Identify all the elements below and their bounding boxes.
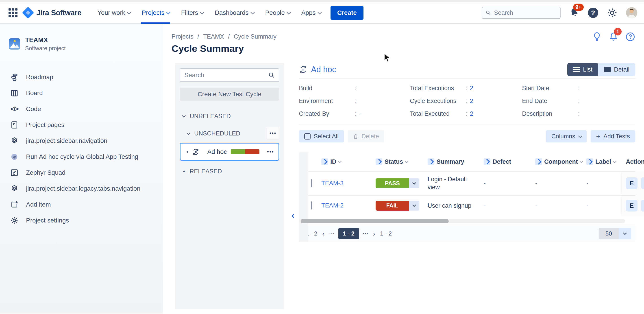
board-icon bbox=[10, 89, 19, 97]
chevron-down-icon[interactable] bbox=[186, 131, 190, 135]
test-id-link[interactable]: TEAM-2 bbox=[321, 202, 376, 209]
column-header-summary[interactable]: Summary bbox=[428, 158, 484, 165]
sidebar-item-zephyr-squad[interactable]: Zephyr Squad bbox=[9, 165, 163, 180]
column-header-label[interactable]: Label bbox=[586, 158, 622, 165]
chevron-down-icon bbox=[623, 231, 627, 235]
lightbulb-icon[interactable] bbox=[592, 32, 602, 42]
nav-apps[interactable]: Apps bbox=[296, 2, 326, 24]
column-header-status[interactable]: Status bbox=[376, 158, 428, 165]
nav-your-work[interactable]: Your work bbox=[92, 2, 136, 24]
nav-filters[interactable]: Filters bbox=[175, 2, 209, 24]
tree-node-unreleased[interactable]: UNRELEASED bbox=[180, 113, 279, 120]
help-icon[interactable]: ? bbox=[588, 8, 598, 18]
status-badge: PASS bbox=[376, 178, 409, 188]
field-label: Environment bbox=[299, 98, 355, 104]
pin-icon[interactable] bbox=[428, 158, 434, 165]
column-header-defect[interactable]: Defect bbox=[484, 158, 535, 165]
collapse-panel-chevron[interactable]: ‹ bbox=[292, 210, 294, 220]
column-header-id[interactable]: ID bbox=[321, 158, 376, 165]
project-header[interactable]: TEAMX Software project bbox=[9, 36, 163, 52]
delete-row-button[interactable] bbox=[641, 178, 644, 189]
cycle-search-input[interactable] bbox=[184, 72, 268, 79]
add-tests-button[interactable]: + Add Tests bbox=[591, 130, 635, 142]
tree-node-released[interactable]: • RELEASED bbox=[180, 168, 279, 175]
delete-row-button[interactable] bbox=[641, 200, 644, 212]
global-search-input[interactable] bbox=[494, 10, 556, 16]
status-dropdown-chevron[interactable] bbox=[409, 178, 419, 188]
view-toggle-detail[interactable]: Detail bbox=[598, 63, 635, 76]
pagination-prev[interactable]: ‹ bbox=[322, 230, 324, 238]
pin-icon[interactable] bbox=[376, 158, 382, 165]
bell-icon[interactable]: 1 bbox=[609, 32, 618, 42]
help-icon[interactable] bbox=[626, 32, 635, 42]
scrollbar-thumb[interactable] bbox=[301, 219, 449, 224]
horizontal-scrollbar[interactable] bbox=[299, 219, 625, 224]
summary-cell: User can signup bbox=[428, 198, 484, 213]
nav-projects[interactable]: Projects bbox=[136, 2, 175, 24]
total-executions-value[interactable]: 2 bbox=[470, 85, 473, 92]
sidebar-item-project-pages[interactable]: Project pages bbox=[9, 117, 163, 133]
tree-node-unscheduled[interactable]: UNSCHEDULED ••• bbox=[180, 130, 279, 137]
total-executed-value[interactable]: 2 bbox=[470, 110, 473, 117]
nav-people[interactable]: People bbox=[260, 2, 296, 24]
jira-logo[interactable]: Jira Software bbox=[23, 8, 82, 18]
columns-button[interactable]: Columns bbox=[546, 130, 587, 142]
pagination-bar: 1 - 2 ‹ ⋯ 1 - 2 ⋯ › 1 - 2 50 bbox=[299, 226, 635, 242]
adhoc-more-menu[interactable]: ••• bbox=[267, 149, 274, 155]
nav-dashboards[interactable]: Dashboards bbox=[209, 2, 260, 24]
cycle-search[interactable] bbox=[180, 68, 279, 82]
bullet-icon: • bbox=[186, 148, 188, 156]
cycle-title-link[interactable]: Ad hoc bbox=[311, 65, 336, 74]
create-button[interactable]: Create bbox=[330, 6, 364, 20]
sidebar-item-run-adhoc-global-app-testing[interactable]: Run Ad hoc cycle via Global App Testing bbox=[9, 149, 163, 165]
status-dropdown-chevron[interactable] bbox=[409, 201, 419, 210]
tree-node-adhoc-selected[interactable]: • Ad hoc ••• bbox=[180, 143, 279, 161]
chevron-down-icon[interactable] bbox=[182, 114, 186, 118]
search-icon bbox=[268, 72, 275, 78]
sidebar-item-legacy-tabs-navigation[interactable]: jira.project.sidebar.legacy.tabs.navigat… bbox=[9, 180, 163, 196]
sidebar-item-project-settings[interactable]: Project settings bbox=[9, 212, 163, 228]
actions-cell: E bbox=[622, 196, 644, 216]
table-toolbar: Select All Delete Columns + Add Tes bbox=[299, 130, 635, 142]
page-size-value: 50 bbox=[599, 228, 619, 239]
create-new-test-cycle-button[interactable]: Create New Test Cycle bbox=[180, 88, 279, 101]
sidebar-item-navigation-addon[interactable]: jira.project.sidebar.navigation bbox=[9, 133, 163, 149]
unscheduled-more-menu[interactable]: ••• bbox=[266, 127, 279, 140]
delete-button[interactable]: Delete bbox=[348, 130, 384, 142]
column-header-component[interactable]: Component bbox=[535, 158, 586, 165]
chevron-down-icon[interactable] bbox=[613, 160, 616, 163]
row-checkbox[interactable] bbox=[311, 202, 312, 210]
breadcrumb-teamx[interactable]: TEAMX bbox=[203, 33, 224, 40]
chevron-down-icon[interactable] bbox=[338, 160, 342, 163]
pagination-next[interactable]: › bbox=[373, 230, 375, 238]
sidebar-item-add-item[interactable]: Add item bbox=[9, 196, 163, 212]
pin-icon[interactable] bbox=[484, 158, 490, 165]
cycle-executions-value[interactable]: 2 bbox=[470, 98, 473, 104]
execute-button[interactable]: E bbox=[626, 200, 638, 212]
notifications-bell[interactable]: 9+ bbox=[570, 8, 579, 18]
select-all-button[interactable]: Select All bbox=[299, 130, 344, 142]
chevron-down-icon[interactable] bbox=[580, 160, 583, 163]
settings-gear[interactable] bbox=[607, 8, 617, 18]
view-toggle-list[interactable]: List bbox=[567, 63, 598, 76]
pin-icon[interactable] bbox=[535, 158, 542, 165]
pin-icon[interactable] bbox=[321, 158, 328, 165]
breadcrumb-cycle-summary[interactable]: Cycle Summary bbox=[234, 33, 277, 40]
status-dropdown[interactable]: PASS bbox=[376, 178, 419, 188]
test-id-link[interactable]: TEAM-3 bbox=[321, 180, 376, 187]
sidebar-item-board[interactable]: Board bbox=[9, 85, 163, 101]
user-avatar[interactable] bbox=[626, 7, 637, 18]
page-size-dropdown[interactable] bbox=[619, 228, 631, 239]
chevron-down-icon[interactable] bbox=[405, 160, 408, 163]
breadcrumb-projects[interactable]: Projects bbox=[172, 33, 194, 40]
sidebar-item-code[interactable]: </> Code bbox=[9, 101, 163, 117]
status-dropdown[interactable]: FAIL bbox=[376, 201, 419, 210]
app-switcher-icon[interactable] bbox=[8, 8, 18, 17]
sidebar-item-roadmap[interactable]: Roadmap bbox=[9, 69, 163, 85]
row-checkbox[interactable] bbox=[311, 179, 312, 187]
chevron-down-icon bbox=[166, 10, 170, 14]
pin-icon[interactable] bbox=[586, 158, 593, 165]
pagination-current-page[interactable]: 1 - 2 bbox=[338, 228, 359, 239]
global-search[interactable] bbox=[482, 7, 560, 19]
execute-button[interactable]: E bbox=[626, 178, 638, 189]
